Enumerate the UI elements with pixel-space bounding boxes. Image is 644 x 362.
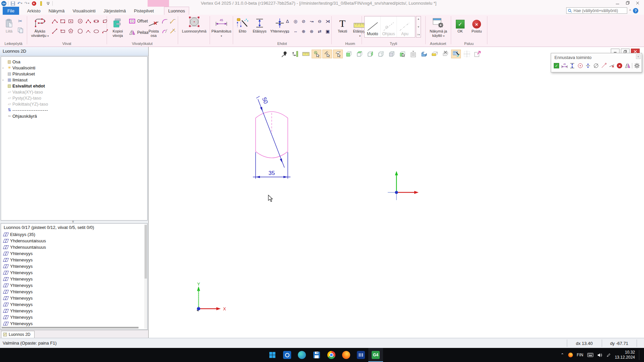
concentric-constraint-icon-button[interactable]: ◎ (292, 17, 299, 25)
list-view-button[interactable] (408, 50, 418, 58)
draw-ellipse-button[interactable] (93, 27, 100, 35)
fillet-button[interactable] (161, 17, 168, 24)
record-button[interactable]: R (31, 1, 37, 6)
view-left-button[interactable] (376, 50, 386, 58)
highlighter-button[interactable] (38, 1, 44, 6)
tree-item-ilmiasut[interactable]: ›▦Ilmiasut (1, 77, 142, 83)
cut-button[interactable]: ✂ (17, 17, 24, 24)
tab-pistepilvet[interactable]: Pistepilvet (130, 7, 158, 15)
grid-toggle-button[interactable] (462, 50, 472, 58)
delete-view-button[interactable] (440, 50, 450, 58)
measure-button[interactable] (301, 50, 311, 58)
predictive-panel-close-button[interactable]: × (636, 54, 641, 59)
view-select-button[interactable] (397, 50, 407, 58)
draw-circle-center-button[interactable] (76, 17, 84, 24)
smart-polyline-button[interactable]: Älykäsviivaketju ▾ (30, 15, 50, 41)
copy-lines-button[interactable]: Kopioiviivoja (108, 15, 127, 41)
list-item[interactable]: Yhdensuuntaisuus (3, 238, 46, 244)
tree-item-esivalitut-ehdot[interactable]: ▨Esivalitut ehdot (1, 83, 142, 89)
view-front-button[interactable] (344, 50, 354, 58)
style-shape[interactable]: Muoto (365, 16, 381, 37)
predict-settings-button[interactable] (634, 62, 640, 69)
symmetric-constraint-icon-button[interactable]: ▣ (324, 27, 331, 35)
list-item[interactable]: Yhtenevyys (3, 308, 33, 314)
expand-chevron-icon[interactable]: › (2, 78, 6, 82)
list-item[interactable]: Yhtenevyys (3, 289, 33, 295)
minimize-button[interactable] (612, 0, 623, 6)
tree-item-piirustukset[interactable]: ▤Piirustukset (1, 71, 142, 77)
tab-visualisointi[interactable]: Visualisointi (68, 7, 99, 15)
draw-line-button[interactable] (51, 27, 58, 35)
tree-item-poikittais-yz[interactable]: ▱Poikittais(YZ)-taso (1, 101, 142, 107)
volume-icon[interactable] (597, 353, 602, 357)
draw-angle-line-button[interactable] (51, 17, 58, 24)
quick-dimension-button[interactable]: 45 Pikamitoitus▾ (211, 15, 232, 41)
draw-arc-button[interactable] (85, 27, 92, 35)
draw-circle-button[interactable] (76, 27, 84, 35)
predict-concentric-button[interactable] (577, 62, 584, 69)
tab-file[interactable]: File (3, 7, 19, 15)
list-item[interactable]: Yhtenevyys (3, 250, 33, 257)
splitter-collapse-icon[interactable]: ∨ (72, 220, 74, 223)
search-field[interactable] (574, 8, 624, 13)
copy-button[interactable] (17, 27, 24, 34)
view-top-button[interactable] (355, 50, 364, 58)
view-iso-button[interactable] (387, 50, 396, 58)
paste-button[interactable]: Liitä (2, 15, 16, 41)
tab-jarjestelma[interactable]: Järjestelmä (100, 7, 130, 15)
split-constraint-icon-button[interactable]: ⋊ (324, 17, 331, 25)
touch-keyboard-icon[interactable] (587, 353, 593, 357)
tangent-constraint-icon-button[interactable]: ⊘ (300, 17, 307, 25)
tree-item-pysty-xz[interactable]: ▱Pysty(XZ)-taso (1, 95, 142, 101)
draw-polygon-button[interactable] (67, 27, 74, 35)
exclude-constraint-icon-button[interactable]: ⊖ (316, 17, 323, 25)
list-item[interactable]: Yhtenevyys (3, 269, 33, 276)
sketch-group-button[interactable]: Luonnosryhmä (180, 15, 209, 41)
direction-constraint-icon-button[interactable]: ↝ (308, 17, 315, 25)
parallel-constraint-icon-button[interactable]: ⇔ (292, 27, 299, 35)
distance-constraint-button[interactable]: Etäisyys (251, 15, 268, 41)
predict-dimension-button[interactable]: 45 (561, 62, 568, 69)
list-item[interactable]: Yhtenevyys (3, 257, 33, 263)
snap-face-toggle[interactable] (333, 50, 343, 58)
list-item[interactable]: Yhtenevyys (3, 276, 33, 282)
save-button[interactable] (10, 1, 15, 6)
angle-constraint-icon-button[interactable]: ∆ (284, 17, 291, 25)
list-item[interactable]: Etäisyys (35) (3, 231, 35, 238)
perpendicular-constraint-icon-button[interactable]: ∟ (284, 27, 291, 35)
trim-part-button[interactable]: Poistaosa (146, 15, 161, 41)
fillet-trim-button[interactable] (161, 27, 168, 35)
tree-item-vaaka-xy[interactable]: ▱Vaaka(XY)-taso (1, 89, 142, 95)
undo-button[interactable]: ↶▾ (17, 1, 22, 6)
gallery-scroll[interactable]: ▲▼≡▾ (416, 16, 421, 38)
draw-rectangle-button[interactable] (59, 17, 66, 24)
tree-item-ohjauskayra[interactable]: ∼Ohjauskäyrä (1, 113, 142, 119)
draw-spline-button[interactable] (101, 27, 108, 35)
predict-delete-button[interactable]: × (616, 62, 623, 69)
taskbar-save-tool[interactable] (309, 348, 324, 362)
section-box-button[interactable] (430, 50, 439, 58)
extend-button[interactable] (169, 27, 176, 35)
draw-slot-button[interactable] (93, 17, 100, 24)
constraint-button[interactable]: Ehto (235, 15, 250, 41)
draw-rectangle-corner-button[interactable] (59, 27, 66, 35)
language-indicator[interactable]: FIN (577, 353, 583, 357)
pin-toolbar-button[interactable] (279, 50, 289, 58)
taskbar-outlook[interactable] (280, 348, 294, 362)
taskbar-edge[interactable] (294, 348, 309, 362)
predict-line-button[interactable] (600, 62, 607, 69)
tree-item-osa[interactable]: ▨Osa (1, 59, 142, 65)
list-item[interactable]: Yhdensuuntaisuus (3, 244, 46, 250)
tab-luonnos-2d[interactable]: Luonnos 2D (1, 331, 35, 338)
taskbar-chrome[interactable] (324, 348, 339, 362)
maximize-button[interactable] (623, 0, 633, 6)
show-desktop-divider[interactable] (639, 350, 639, 360)
exit-button[interactable]: × Poistu (469, 15, 484, 41)
chamfer-button[interactable] (169, 17, 176, 24)
solid-model-button[interactable] (419, 50, 429, 58)
draw-rectangle-center-button[interactable] (67, 17, 74, 24)
horizontal-scrollbar-thumb[interactable] (2, 327, 139, 328)
predict-trim-button[interactable] (608, 62, 615, 69)
text-annotation-button[interactable]: T Teksti (335, 15, 350, 41)
tray-firefox-icon[interactable] (568, 353, 573, 357)
